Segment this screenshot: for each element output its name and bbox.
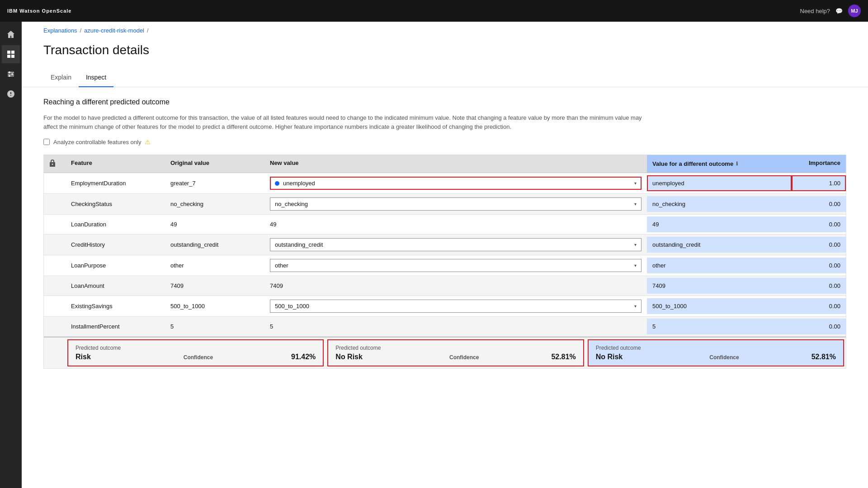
- sidebar-icon-home[interactable]: [2, 25, 20, 43]
- td-lock-4: [44, 261, 66, 270]
- footer-label-2: Predicted outcome: [335, 345, 576, 351]
- table-row: ExistingSavings 500_to_1000 500_to_1000 …: [44, 296, 846, 317]
- tab-explain[interactable]: Explain: [43, 68, 79, 87]
- svg-rect-0: [7, 51, 10, 54]
- footer-confidence-label-2: Confidence: [449, 354, 479, 361]
- td-importance-7: 0.00: [792, 319, 846, 334]
- checking-dropdown[interactable]: no_checking ▾: [270, 197, 642, 211]
- loan-purpose-dropdown[interactable]: other ▾: [270, 259, 642, 272]
- td-importance-4: 0.00: [792, 258, 846, 273]
- svg-rect-1: [11, 51, 14, 54]
- brand: IBM Watson OpenScale: [7, 8, 71, 14]
- table-row: LoanPurpose other other ▾ other 0.00: [44, 255, 846, 276]
- td-new-7: 5: [264, 319, 647, 334]
- chevron-icon-4: ▾: [634, 263, 637, 268]
- footer-confidence-val-3: 52.81%: [811, 353, 836, 361]
- table-header: Feature Original value New value Value f…: [44, 155, 846, 173]
- th-value-outcome: Value for a different outcome ℹ: [647, 155, 792, 173]
- footer-outcome-1: Risk: [75, 353, 91, 361]
- dropdown-text-3: outstanding_credit: [275, 241, 634, 248]
- td-importance-2: 0.00: [792, 216, 846, 232]
- th-feature: Feature: [66, 155, 165, 173]
- table-row: CheckingStatus no_checking no_checking ▾…: [44, 194, 846, 215]
- footer-col-blue: Predicted outcome No Risk Confidence 52.…: [588, 339, 844, 366]
- dot-indicator: [275, 181, 279, 186]
- td-feature-4: LoanPurpose: [66, 258, 165, 273]
- table-row: LoanAmount 7409 7409 7409 0.00: [44, 276, 846, 296]
- td-importance-3: 0.00: [792, 237, 846, 253]
- td-new-4: other ▾: [264, 255, 647, 276]
- breadcrumb-model[interactable]: azure-credit-risk-model: [84, 27, 144, 34]
- chevron-icon-3: ▾: [634, 242, 637, 247]
- footer-label-1: Predicted outcome: [75, 345, 316, 351]
- td-outcome-6: 500_to_1000: [647, 298, 792, 314]
- breadcrumb-explanations[interactable]: Explanations: [43, 27, 77, 34]
- svg-point-9: [9, 75, 10, 77]
- footer-row: Predicted outcome Risk Confidence 91.42%…: [44, 337, 846, 368]
- td-feature-7: InstallmentPercent: [66, 319, 165, 334]
- footer-outcome-3: No Risk: [596, 353, 623, 361]
- tabs: Explain Inspect: [22, 68, 868, 87]
- table-row: EmploymentDuration greater_7 unemployed …: [44, 173, 846, 194]
- td-importance-6: 0.00: [792, 298, 846, 314]
- th-importance: Importance: [792, 155, 846, 173]
- td-outcome-1: no_checking: [647, 196, 792, 212]
- td-outcome-2: 49: [647, 216, 792, 232]
- footer-confidence-label-1: Confidence: [184, 354, 213, 361]
- td-importance-5: 0.00: [792, 278, 846, 294]
- savings-dropdown[interactable]: 500_to_1000 ▾: [270, 300, 642, 313]
- page-title: Transaction details: [22, 39, 868, 68]
- tab-inspect[interactable]: Inspect: [79, 68, 113, 87]
- td-importance-0: 1.00: [792, 175, 846, 191]
- help-icon: 💬: [835, 8, 843, 14]
- th-original: Original value: [165, 155, 264, 173]
- td-original-2: 49: [165, 216, 264, 232]
- breadcrumb-sep-2: /: [147, 27, 149, 34]
- main-content: Explanations / azure-credit-risk-model /…: [22, 22, 868, 488]
- td-original-6: 500_to_1000: [165, 298, 264, 314]
- credit-history-dropdown[interactable]: outstanding_credit ▾: [270, 238, 642, 251]
- footer-col-new: Predicted outcome No Risk Confidence 52.…: [327, 339, 584, 366]
- td-lock-3: [44, 240, 66, 249]
- dropdown-text-1: no_checking: [275, 201, 634, 207]
- svg-point-7: [9, 71, 10, 73]
- svg-rect-3: [11, 55, 14, 58]
- footer-col-original: Predicted outcome Risk Confidence 91.42%: [67, 339, 324, 366]
- chevron-icon-6: ▾: [634, 304, 637, 309]
- table-row: InstallmentPercent 5 5 5 0.00: [44, 317, 846, 337]
- td-outcome-4: other: [647, 258, 792, 273]
- td-original-3: outstanding_credit: [165, 237, 264, 253]
- td-feature-0: EmploymentDuration: [66, 175, 165, 191]
- sidebar-icon-help[interactable]: [2, 85, 20, 103]
- td-new-2: 49: [264, 216, 647, 232]
- td-new-6: 500_to_1000 ▾: [264, 296, 647, 316]
- sidebar-icon-sliders[interactable]: [2, 65, 20, 83]
- td-lock-7: [44, 322, 66, 331]
- td-lock-0: [44, 179, 66, 188]
- td-original-5: 7409: [165, 278, 264, 294]
- td-feature-3: CreditHistory: [66, 237, 165, 253]
- td-outcome-7: 5: [647, 319, 792, 334]
- td-feature-2: LoanDuration: [66, 216, 165, 232]
- info-icon-header[interactable]: ℹ: [736, 161, 738, 167]
- th-lock: [44, 155, 66, 173]
- sidebar-icon-dashboard[interactable]: [2, 45, 20, 63]
- dropdown-text-6: 500_to_1000: [275, 303, 634, 310]
- footer-label-3: Predicted outcome: [596, 345, 836, 351]
- section-title: Reaching a different predicted outcome: [43, 98, 846, 106]
- analyze-checkbox[interactable]: [43, 139, 50, 145]
- employment-dropdown[interactable]: unemployed ▾: [270, 177, 642, 190]
- help-label[interactable]: Need help?: [800, 8, 830, 14]
- svg-point-8: [11, 73, 13, 75]
- chevron-icon-0: ▾: [634, 181, 637, 186]
- avatar[interactable]: MJ: [848, 5, 861, 17]
- breadcrumb: Explanations / azure-credit-risk-model /: [22, 22, 868, 39]
- footer-confidence-val-1: 91.42%: [291, 353, 316, 361]
- table-row: LoanDuration 49 49 49 0.00: [44, 215, 846, 235]
- ibm-logo: IBM Watson OpenScale: [7, 8, 71, 14]
- footer-outcome-2: No Risk: [335, 353, 363, 361]
- checkbox-row: Analyze controllable features only ⚠: [43, 138, 846, 145]
- topnav: IBM Watson OpenScale Need help? 💬 MJ: [0, 0, 868, 22]
- dropdown-text-4: other: [275, 262, 634, 269]
- td-outcome-3: outstanding_credit: [647, 237, 792, 253]
